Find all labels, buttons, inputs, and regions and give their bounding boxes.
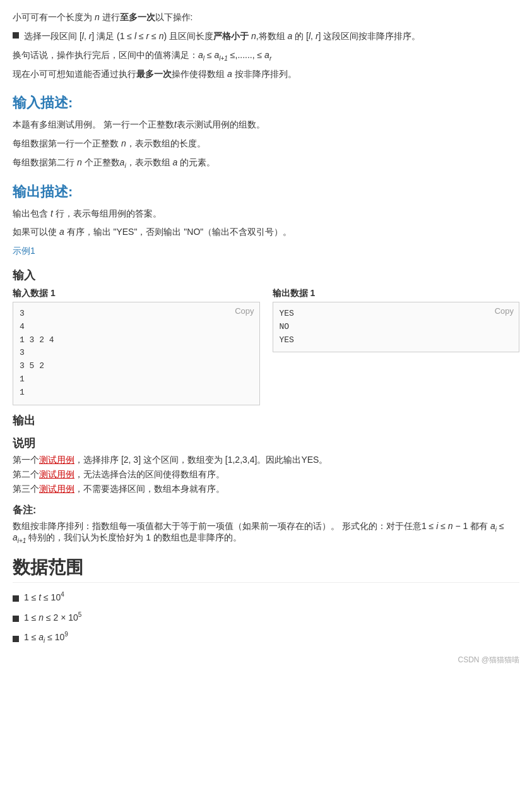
input-desc-section: 输入描述: 本题有多组测试用例。 第一行一个正整数t表示测试用例的组数。 每组数…: [13, 93, 519, 170]
output-desc-line2: 如果可以使 a 有序，输出 "YES"，否则输出 "NO"（输出不含双引号）。: [13, 225, 519, 240]
input-code-box: Copy 3 4 1 3 2 4 3 3 5 2 1 1: [13, 302, 260, 405]
range-item-1: 1 ≤ t ≤ 104: [13, 589, 519, 605]
footer: CSDN @猫猫猫喵: [13, 655, 519, 665]
explain-section: 说明 第一个测试用例，选择排序 [2, 3] 这个区间，数组变为 [1,2,3,…: [13, 436, 519, 495]
range-text-3: 1 ≤ ai ≤ 109: [24, 629, 68, 645]
output-code-box: Copy YES NO YES: [273, 302, 520, 352]
data-range-heading: 数据范围: [13, 556, 519, 583]
note-content: 数组按非降序排列：指数组每一项值都大于等于前一项值（如果前一项存在的话）。 形式…: [13, 521, 519, 545]
data-range-section: 数据范围 1 ≤ t ≤ 104 1 ≤ n ≤ 2 × 105 1 ≤ ai …: [13, 556, 519, 645]
range-text-1: 1 ≤ t ≤ 104: [24, 589, 64, 605]
output-desc-line1: 输出包含 t 行，表示每组用例的答案。: [13, 206, 519, 222]
input-data-label: 输入数据 1: [13, 288, 260, 299]
input-desc-line3: 每组数据第二行 n 个正整数ai，表示数组 a 的元素。: [13, 155, 519, 171]
output-copy-button[interactable]: Copy: [495, 306, 514, 316]
range-item-2: 1 ≤ n ≤ 2 × 105: [13, 609, 519, 625]
explain-line1: 第一个测试用例，选择排序 [2, 3] 这个区间，数组变为 [1,2,3,4]。…: [13, 455, 519, 466]
range-bullet-3: [13, 636, 19, 642]
note-section: 备注: 数组按非降序排列：指数组每一项值都大于等于前一项值（如果前一项存在的话）…: [13, 504, 519, 545]
input-copy-button[interactable]: Copy: [235, 306, 254, 316]
note-heading: 备注:: [13, 504, 519, 517]
intro-operation: 选择一段区间 [l, r] 满足 (1 ≤ l ≤ r ≤ n) 且区间长度严格…: [24, 29, 420, 44]
input-desc-line1: 本题有多组测试用例。 第一行一个正整数t表示测试用例的组数。: [13, 117, 519, 133]
output-desc-heading: 输出描述:: [13, 182, 519, 201]
range-item-3: 1 ≤ ai ≤ 109: [13, 629, 519, 645]
output-desc-section: 输出描述: 输出包含 t 行，表示每组用例的答案。 如果可以使 a 有序，输出 …: [13, 182, 519, 259]
explain-line2: 第二个测试用例，无法选择合法的区间使得数组有序。: [13, 469, 519, 480]
intro-bullet: 选择一段区间 [l, r] 满足 (1 ≤ l ≤ r ≤ n) 且区间长度严格…: [13, 29, 519, 44]
input-block: 输入数据 1 Copy 3 4 1 3 2 4 3 3 5 2 1 1: [13, 288, 260, 405]
input-desc-heading: 输入描述:: [13, 93, 519, 112]
footer-text: CSDN @猫猫猫喵: [458, 655, 519, 664]
output-code-content: YES NO YES: [280, 307, 513, 347]
example-label: 示例1: [13, 244, 519, 259]
input-code-content: 3 4 1 3 2 4 3 3 5 2 1 1: [20, 307, 253, 400]
output-block: 输出数据 1 Copy YES NO YES: [273, 288, 520, 405]
intro-section: 小可可有一个长度为 n 进行至多一次以下操作: 选择一段区间 [l, r] 满足…: [13, 10, 519, 82]
bullet-icon: [13, 32, 19, 39]
io-row: 输入数据 1 Copy 3 4 1 3 2 4 3 3 5 2 1 1 输出数据…: [13, 288, 519, 405]
output-heading: 输出: [13, 413, 519, 428]
range-bullet-2: [13, 616, 19, 622]
output-data-label: 输出数据 1: [273, 288, 520, 299]
explain-line3: 第三个测试用例，不需要选择区间，数组本身就有序。: [13, 484, 519, 495]
explain-heading: 说明: [13, 436, 519, 451]
intro-line3: 现在小可可想知道能否通过执行最多一次操作使得数组 a 按非降序排列。: [13, 67, 519, 82]
input-desc-line2: 每组数据第一行一个正整数 n，表示数组的长度。: [13, 136, 519, 152]
range-bullet-1: [13, 595, 19, 602]
example-heading: 输入: [13, 268, 519, 283]
intro-line2: 换句话说，操作执行完后，区间中的值将满足：al ≤ al+1 ≤,......,…: [13, 48, 519, 64]
range-text-2: 1 ≤ n ≤ 2 × 105: [24, 609, 81, 625]
intro-line1: 小可可有一个长度为 n 进行至多一次以下操作:: [13, 10, 519, 25]
